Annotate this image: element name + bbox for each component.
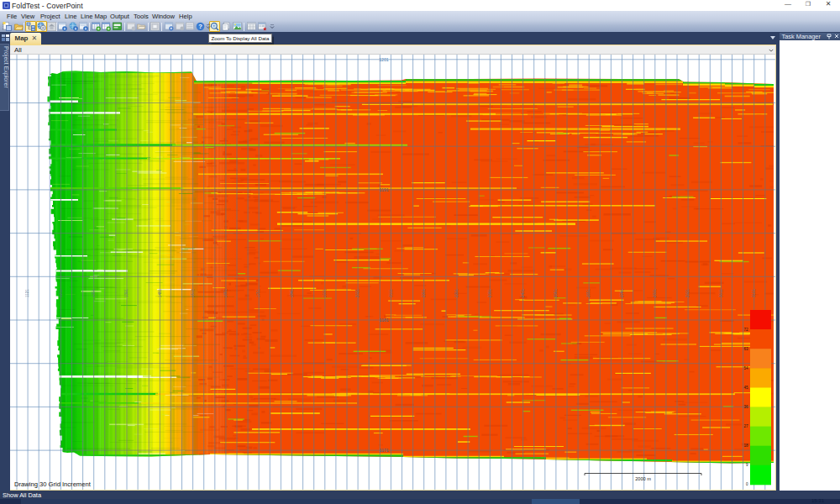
svg-text:1571: 1571 bbox=[191, 288, 195, 297]
svg-text:1841: 1841 bbox=[290, 288, 294, 297]
svg-text:54: 54 bbox=[743, 365, 748, 370]
svg-text:1391: 1391 bbox=[124, 288, 129, 297]
svg-text:72: 72 bbox=[743, 327, 748, 331]
svg-text:9: 9 bbox=[746, 463, 748, 467]
svg-text:1661: 1661 bbox=[223, 288, 228, 297]
svg-text:2561: 2561 bbox=[554, 288, 558, 297]
svg-text:2741: 2741 bbox=[620, 288, 624, 297]
svg-text:1931: 1931 bbox=[323, 288, 327, 297]
svg-text:45: 45 bbox=[743, 385, 748, 389]
svg-text:2831: 2831 bbox=[653, 288, 657, 297]
svg-text:2000 m: 2000 m bbox=[635, 476, 651, 481]
svg-text:2921: 2921 bbox=[685, 288, 690, 297]
svg-text:2021: 2021 bbox=[355, 288, 360, 297]
svg-text:63: 63 bbox=[743, 346, 748, 350]
svg-text:1211: 1211 bbox=[59, 288, 63, 297]
svg-text:3101: 3101 bbox=[752, 288, 756, 297]
svg-text:18: 18 bbox=[743, 444, 748, 448]
svg-text:Drawing 30 Grid Increment: Drawing 30 Grid Increment bbox=[14, 480, 92, 487]
svg-text:2201: 2201 bbox=[422, 288, 426, 297]
svg-text:3011: 3011 bbox=[719, 288, 723, 297]
svg-text:1181: 1181 bbox=[379, 318, 388, 323]
svg-text:1121: 1121 bbox=[25, 288, 29, 297]
svg-text:36: 36 bbox=[743, 405, 748, 409]
svg-text:2381: 2381 bbox=[488, 288, 492, 297]
svg-text:1751: 1751 bbox=[256, 288, 260, 297]
svg-text:0: 0 bbox=[746, 482, 748, 486]
svg-text:1301: 1301 bbox=[92, 288, 96, 297]
svg-text:2291: 2291 bbox=[454, 288, 459, 297]
svg-text:1481: 1481 bbox=[158, 288, 162, 297]
svg-text:2651: 2651 bbox=[586, 288, 591, 297]
svg-text:27: 27 bbox=[743, 424, 748, 428]
svg-text:2111: 2111 bbox=[389, 288, 393, 297]
svg-text:1171: 1171 bbox=[379, 448, 388, 453]
svg-text:?: ? bbox=[198, 23, 202, 30]
svg-text:1201: 1201 bbox=[379, 56, 389, 61]
svg-text:2471: 2471 bbox=[521, 288, 525, 297]
svg-text:1191: 1191 bbox=[379, 186, 388, 192]
